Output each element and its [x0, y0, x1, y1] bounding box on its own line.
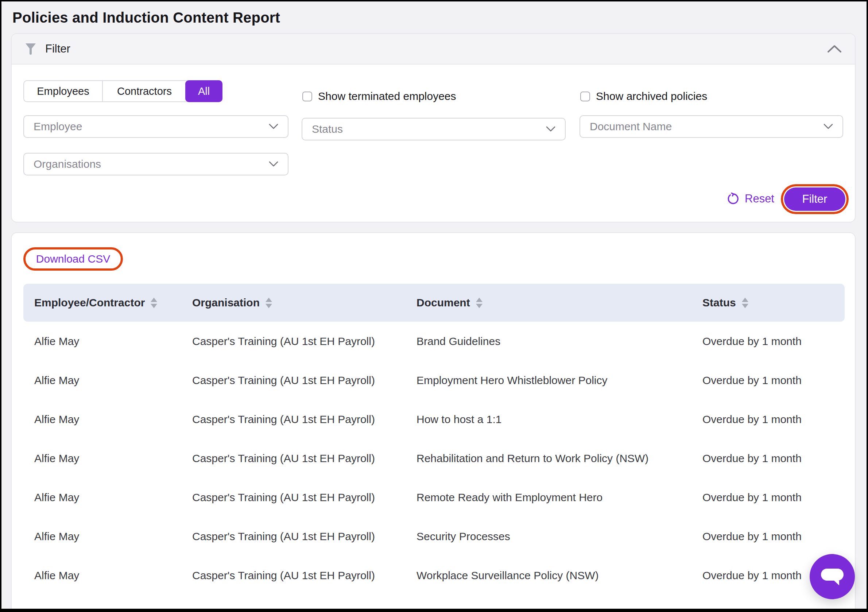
tab-employees[interactable]: Employees [24, 81, 103, 101]
cell-status: Overdue by 1 month [702, 374, 845, 387]
table-row: Alfie May Casper's Training (AU 1st EH P… [23, 400, 845, 439]
table-row: Alfie May Casper's Training (AU 1st EH P… [23, 517, 845, 556]
tab-all[interactable]: All [185, 80, 222, 102]
chevron-up-icon[interactable] [827, 45, 842, 53]
cell-document: Brand Guidelines [417, 335, 702, 347]
policies-induction-report-page: Policies and Induction Content Report Fi… [0, 0, 868, 612]
table-row: Alfie May Casper's Training (AU 1st EH P… [23, 478, 845, 517]
chevron-down-icon [823, 124, 833, 130]
cell-document: Employment Hero Whistleblower Policy [417, 374, 702, 387]
filter-funnel-icon [25, 43, 36, 55]
cell-status: Overdue by 1 month [702, 491, 845, 504]
table-row: Alfie May Casper's Training (AU 1st EH P… [23, 361, 845, 400]
audience-segmented-control: Employees Contractors All [23, 80, 222, 102]
chevron-down-icon [269, 161, 278, 167]
table-row: Alfie May Casper's Training (AU 1st EH P… [23, 556, 845, 595]
cell-employee: Alfie May [23, 569, 192, 582]
show-archived-policies-option: Show archived policies [580, 90, 707, 102]
cell-status: Overdue by 1 month [702, 530, 845, 543]
status-select-placeholder: Status [312, 123, 546, 135]
download-csv-annotation-ring: Download CSV [23, 247, 123, 271]
filter-panel: Filter Employees Contractors All Show te… [11, 33, 856, 223]
status-select[interactable]: Status [302, 118, 566, 140]
sort-icon[interactable] [150, 297, 157, 308]
organisations-select-placeholder: Organisations [34, 158, 269, 170]
cell-document: Remote Ready with Employment Hero [417, 491, 702, 504]
cell-status: Overdue by 1 month [702, 335, 845, 347]
cell-organisation: Casper's Training (AU 1st EH Payroll) [192, 530, 417, 543]
cell-organisation: Casper's Training (AU 1st EH Payroll) [192, 413, 417, 426]
employee-select[interactable]: Employee [23, 115, 288, 138]
cell-employee: Alfie May [23, 530, 192, 543]
reset-button[interactable]: Reset [727, 187, 774, 211]
document-name-select[interactable]: Document Name [580, 115, 843, 138]
cell-document: Workplace Surveillance Policy (NSW) [417, 569, 702, 582]
column-header-employee-contractor[interactable]: Employee/Contractor [23, 296, 192, 309]
cell-employee: Alfie May [23, 491, 192, 504]
chevron-down-icon [269, 124, 278, 130]
show-terminated-employees-option: Show terminated employees [302, 90, 456, 102]
page-title: Policies and Induction Content Report [12, 9, 280, 26]
cell-employee: Alfie May [23, 374, 192, 387]
cell-employee: Alfie May [23, 413, 192, 426]
refresh-icon [727, 192, 739, 205]
tab-contractors[interactable]: Contractors [103, 81, 186, 101]
cell-document: How to host a 1:1 [417, 413, 702, 426]
sort-icon[interactable] [265, 297, 272, 308]
show-archived-policies-label: Show archived policies [596, 90, 707, 102]
cell-organisation: Casper's Training (AU 1st EH Payroll) [192, 491, 417, 504]
show-terminated-employees-checkbox[interactable] [302, 91, 312, 101]
cell-organisation: Casper's Training (AU 1st EH Payroll) [192, 569, 417, 582]
cell-organisation: Casper's Training (AU 1st EH Payroll) [192, 452, 417, 465]
chat-bubble-icon [820, 566, 844, 587]
chevron-down-icon [546, 126, 555, 132]
download-csv-link[interactable]: Download CSV [36, 253, 110, 265]
cell-status: Overdue by 1 month [702, 413, 845, 426]
table-header-row: Employee/Contractor Organisation Documen… [23, 284, 845, 322]
report-results-panel: Download CSV Employee/Contractor Organis… [11, 232, 856, 612]
cell-organisation: Casper's Training (AU 1st EH Payroll) [192, 335, 417, 347]
cell-status: Overdue by 1 month [702, 452, 845, 465]
filter-submit-button[interactable]: Filter [784, 187, 845, 211]
table-row: Alfie May Casper's Training (AU 1st EH P… [23, 439, 845, 478]
cell-employee: Alfie May [23, 452, 192, 465]
cell-document: Security Processes [417, 530, 702, 543]
filter-panel-header[interactable]: Filter [12, 34, 855, 65]
column-header-organisation[interactable]: Organisation [192, 296, 417, 309]
organisations-select[interactable]: Organisations [23, 153, 288, 175]
show-archived-policies-checkbox[interactable] [580, 91, 590, 101]
sort-icon[interactable] [476, 297, 482, 308]
cell-employee: Alfie May [23, 335, 192, 347]
table-body: Alfie May Casper's Training (AU 1st EH P… [23, 322, 845, 595]
filter-panel-title: Filter [45, 42, 70, 56]
chat-launcher-button[interactable] [810, 554, 855, 599]
column-header-document[interactable]: Document [417, 296, 702, 309]
employee-select-placeholder: Employee [34, 120, 269, 133]
column-header-status[interactable]: Status [702, 296, 845, 309]
table-row: Alfie May Casper's Training (AU 1st EH P… [23, 322, 845, 361]
reset-button-label: Reset [745, 192, 774, 205]
cell-organisation: Casper's Training (AU 1st EH Payroll) [192, 374, 417, 387]
document-name-select-placeholder: Document Name [590, 120, 823, 133]
cell-document: Rehabilitation and Return to Work Policy… [417, 452, 702, 465]
show-terminated-employees-label: Show terminated employees [318, 90, 456, 102]
sort-icon[interactable] [742, 297, 749, 308]
